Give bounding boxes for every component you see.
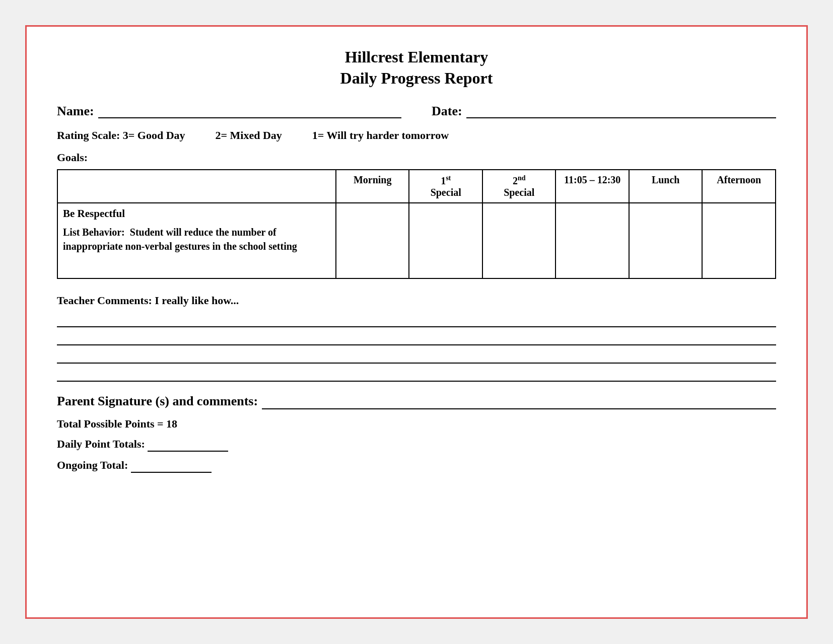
comment-line-1[interactable] bbox=[57, 312, 776, 327]
col-header-afternoon: Afternoon bbox=[702, 170, 776, 203]
date-label: Date: bbox=[432, 104, 462, 119]
name-date-row: Name: Date: bbox=[57, 104, 776, 119]
col-header-description bbox=[57, 170, 336, 203]
date-input-line[interactable] bbox=[466, 108, 776, 118]
school-name: Hillcrest Elementary bbox=[345, 48, 489, 66]
lunch-score-cell[interactable] bbox=[629, 203, 703, 278]
teacher-comments-label: Teacher Comments: I really like how... bbox=[57, 294, 776, 307]
behavior-description: List Behavior: Student will reduce the n… bbox=[63, 225, 330, 253]
progress-table: Morning 1st Special 2nd Special 11:05 – … bbox=[57, 169, 776, 279]
col-header-2nd-special: 2nd Special bbox=[482, 170, 556, 203]
name-field: Name: bbox=[57, 104, 401, 119]
ongoing-total-row: Ongoing Total: bbox=[57, 459, 776, 473]
comment-line-2[interactable] bbox=[57, 330, 776, 345]
comment-line-4[interactable] bbox=[57, 367, 776, 382]
daily-total-label: Daily Point Totals: bbox=[57, 438, 145, 450]
col-header-1st-special: 1st Special bbox=[409, 170, 482, 203]
2nd-special-score-cell[interactable] bbox=[482, 203, 556, 278]
1105-score-cell[interactable] bbox=[556, 203, 629, 278]
date-field: Date: bbox=[432, 104, 776, 119]
parent-signature-line[interactable] bbox=[262, 395, 776, 409]
page-title: Hillcrest Elementary Daily Progress Repo… bbox=[57, 47, 776, 89]
report-title: Daily Progress Report bbox=[340, 69, 493, 87]
rating-scale-2: 2= Mixed Day bbox=[216, 129, 282, 142]
daily-total-row: Daily Point Totals: bbox=[57, 438, 776, 452]
parent-signature-label: Parent Signature (s) and comments: bbox=[57, 394, 258, 409]
behavior-title: Be Respectful bbox=[63, 207, 330, 220]
col-header-1105: 11:05 – 12:30 bbox=[556, 170, 629, 203]
afternoon-score-cell[interactable] bbox=[702, 203, 776, 278]
rating-scale-label: Rating Scale: 3= Good Day bbox=[57, 129, 185, 142]
teacher-comments-section: Teacher Comments: I really like how... bbox=[57, 294, 776, 382]
goal-description-cell: Be Respectful List Behavior: Student wil… bbox=[57, 203, 336, 278]
ongoing-total-label: Ongoing Total: bbox=[57, 459, 128, 471]
parent-signature-section: Parent Signature (s) and comments: bbox=[57, 394, 776, 409]
total-possible-label: Total Possible Points = 18 bbox=[57, 417, 177, 430]
table-row: Be Respectful List Behavior: Student wil… bbox=[57, 203, 776, 278]
rating-scale: Rating Scale: 3= Good Day 2= Mixed Day 1… bbox=[57, 129, 776, 142]
morning-score-cell[interactable] bbox=[336, 203, 409, 278]
name-label: Name: bbox=[57, 104, 94, 119]
col-header-lunch: Lunch bbox=[629, 170, 703, 203]
name-input-line[interactable] bbox=[98, 108, 401, 118]
total-possible-row: Total Possible Points = 18 bbox=[57, 417, 776, 431]
ongoing-total-line[interactable] bbox=[131, 459, 212, 473]
header: Hillcrest Elementary Daily Progress Repo… bbox=[57, 47, 776, 89]
1st-special-score-cell[interactable] bbox=[409, 203, 482, 278]
comment-line-3[interactable] bbox=[57, 348, 776, 364]
rating-scale-3: 1= Will try harder tomorrow bbox=[312, 129, 449, 142]
page: Hillcrest Elementary Daily Progress Repo… bbox=[25, 25, 808, 619]
col-header-morning: Morning bbox=[336, 170, 409, 203]
goals-label: Goals: bbox=[57, 151, 776, 164]
totals-section: Total Possible Points = 18 Daily Point T… bbox=[57, 417, 776, 473]
daily-total-line[interactable] bbox=[148, 438, 228, 452]
